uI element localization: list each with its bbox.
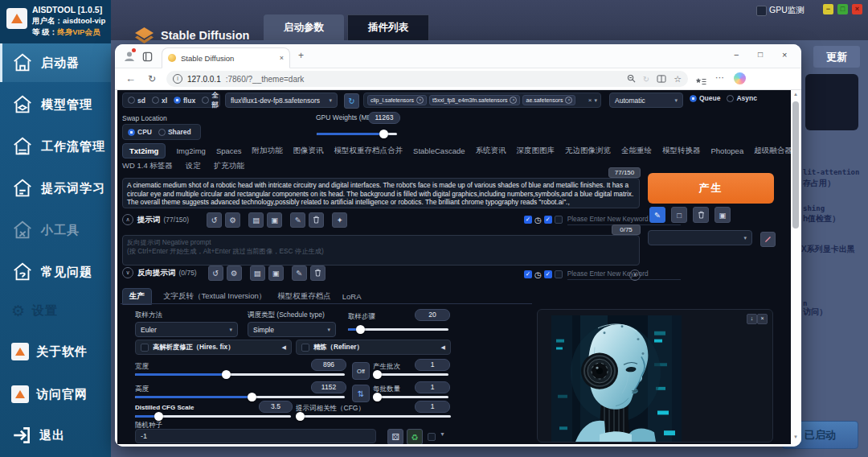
history-clock-icon[interactable]: ◷: [534, 270, 542, 279]
sidebar-item-about[interactable]: 关于软件: [0, 332, 111, 371]
browser-maximize-button[interactable]: □: [758, 50, 763, 59]
extra-seed-checkbox[interactable]: [428, 433, 436, 441]
download-image-icon[interactable]: ↓: [747, 314, 757, 324]
collapse-negative-icon[interactable]: ∨: [122, 267, 133, 278]
scrollbar-up-icon[interactable]: ▲: [793, 92, 798, 97]
save-style-button[interactable]: ▣: [267, 212, 282, 228]
translate-icon[interactable]: ↻: [643, 75, 649, 84]
sampler-select[interactable]: Euler▾: [135, 322, 238, 337]
neg-keyword-input[interactable]: Please Enter New Keyword: [567, 270, 681, 280]
scroll-top-icon[interactable]: ∧: [629, 270, 641, 281]
tab-stablecascade[interactable]: StableCascade: [413, 146, 465, 155]
sidebar-item-exit[interactable]: 退出: [0, 416, 111, 455]
distilled-cfg-value[interactable]: 3.5: [259, 401, 293, 413]
tab-wd14-tagger[interactable]: WD 1.4 标签器: [122, 161, 173, 171]
trash-icon[interactable]: [693, 207, 709, 223]
new-tab-button[interactable]: +: [298, 50, 304, 61]
window-close-button[interactable]: ×: [852, 4, 862, 14]
trash-icon[interactable]: [309, 212, 324, 228]
height-value[interactable]: 1152: [311, 381, 346, 393]
batch-size-slider[interactable]: [373, 396, 448, 398]
negative-prompt-textarea[interactable]: 反向提示词 Negative prompt (按 Ctrl+Enter 开始生成…: [122, 235, 640, 266]
tab-png-info[interactable]: 图像资讯: [293, 146, 324, 156]
neg-keyword-checkbox-2[interactable]: ✓: [544, 270, 552, 278]
prompt-from-image-button[interactable]: ✎: [649, 207, 665, 223]
async-radio[interactable]: [727, 95, 734, 102]
filter-sd-radio[interactable]: [128, 97, 135, 104]
sidebar-item-model-management[interactable]: 模型管理: [0, 85, 111, 124]
tab-inpaint-anything[interactable]: 全能重绘: [621, 146, 652, 156]
notebook-button[interactable]: ▣: [714, 207, 731, 223]
queue-radio[interactable]: [690, 95, 697, 102]
tab-extensions[interactable]: 扩充功能: [214, 161, 244, 171]
generate-button[interactable]: 产生: [648, 173, 774, 204]
checkpoint-select[interactable]: flux\flux1-dev-fp8.safetensors▾: [225, 93, 338, 108]
width-slider[interactable]: [135, 373, 345, 376]
filter-all-radio[interactable]: [202, 97, 209, 104]
keyword-checkbox-3[interactable]: [555, 216, 563, 224]
tab-plugin-list[interactable]: 插件列表: [347, 14, 429, 40]
remove-module-icon[interactable]: ×: [416, 97, 424, 104]
scrollbar-thumb[interactable]: [792, 101, 799, 228]
sidebar-item-website[interactable]: 访问官网: [0, 375, 111, 414]
swap-dimensions-button[interactable]: ⇅: [352, 385, 370, 402]
keyword-checkbox-2[interactable]: ✓: [544, 216, 552, 224]
edit-negative-button[interactable]: ✎: [292, 266, 307, 281]
tab-system-info[interactable]: 系统资讯: [476, 146, 506, 156]
prompt-textarea[interactable]: A cinematic medium shot of a robotic hea…: [122, 178, 640, 208]
tab-extras[interactable]: 附加功能: [252, 146, 283, 156]
steps-slider[interactable]: [348, 328, 448, 331]
batch-count-slider[interactable]: [373, 373, 448, 376]
tab-spaces[interactable]: Spaces: [216, 146, 242, 155]
width-value[interactable]: 896: [311, 359, 346, 371]
style-select[interactable]: ▾: [648, 230, 752, 245]
browser-close-button[interactable]: ×: [782, 50, 787, 60]
tab-search-icon[interactable]: [142, 51, 153, 65]
vae-select[interactable]: Automatic▾: [609, 93, 683, 108]
sidebar-item-launcher[interactable]: 启动器: [0, 43, 111, 82]
cfg-value[interactable]: 1: [415, 401, 450, 413]
favorites-bar-icon[interactable]: [695, 75, 706, 89]
tab-supermerger[interactable]: 超级融合器: [754, 146, 791, 156]
browser-menu-icon[interactable]: ⋯: [715, 72, 724, 83]
height-slider[interactable]: [135, 396, 345, 398]
update-button[interactable]: 更新: [813, 46, 860, 68]
site-info-icon[interactable]: i: [173, 74, 182, 84]
close-image-icon[interactable]: ×: [757, 314, 768, 324]
shared-radio[interactable]: [158, 129, 166, 136]
gpu-monitor-checkbox[interactable]: [756, 6, 767, 16]
interrupt-button[interactable]: □: [671, 207, 687, 223]
tab-img2img[interactable]: Img2img: [176, 146, 205, 155]
tab-settings[interactable]: 设定: [186, 161, 201, 171]
sidebar-item-settings[interactable]: ⚙ 设置: [0, 293, 111, 328]
gpu-weights-slider[interactable]: [317, 133, 397, 135]
remove-module-icon[interactable]: ×: [565, 97, 572, 104]
cpu-radio[interactable]: [128, 129, 135, 136]
window-minimize-button[interactable]: −: [823, 4, 833, 14]
hires-fix-accordion[interactable]: 高解析度修正（Hires. fix） ◀: [135, 340, 292, 355]
batch-size-value[interactable]: 1: [415, 381, 450, 393]
cfg-slider[interactable]: [296, 415, 451, 418]
paste-negative-button[interactable]: ▤: [250, 266, 265, 281]
tab-checkpoint-merger[interactable]: 模型权重存档点合并: [334, 146, 403, 156]
style-apply-button[interactable]: ⚙: [225, 212, 240, 228]
browser-minimize-button[interactable]: −: [734, 50, 739, 60]
seed-input[interactable]: -1: [135, 429, 376, 443]
tab-model-converter[interactable]: 模型转换器: [662, 146, 701, 156]
refiner-accordion[interactable]: 精炼（Refiner） ◀: [296, 340, 451, 355]
split-screen-icon[interactable]: [657, 72, 666, 86]
zoom-icon[interactable]: [627, 72, 636, 86]
keyword-checkbox-1[interactable]: ✓: [524, 216, 532, 224]
reuse-seed-button[interactable]: ♻: [407, 429, 423, 444]
style-apply-negative-button[interactable]: ⚙: [227, 266, 242, 281]
window-maximize-button[interactable]: □: [837, 4, 848, 14]
remove-module-icon[interactable]: ×: [510, 97, 517, 104]
browser-profile-icon[interactable]: [123, 50, 136, 66]
filter-flux-radio[interactable]: [174, 97, 181, 104]
chevron-down-icon[interactable]: ▾: [594, 97, 597, 104]
scrollbar-down-icon[interactable]: ▼: [793, 434, 798, 439]
refresh-checkpoint-button[interactable]: ↻: [344, 93, 359, 109]
gpu-weights-value[interactable]: 11263: [368, 112, 400, 124]
schedule-select[interactable]: Simple▾: [248, 322, 336, 337]
refiner-checkbox[interactable]: [301, 344, 309, 352]
